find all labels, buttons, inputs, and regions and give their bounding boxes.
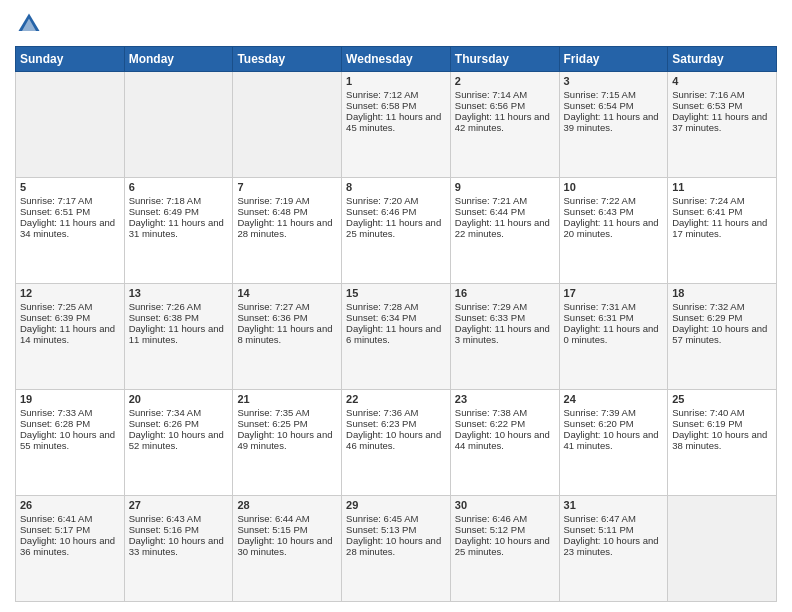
day-info: Daylight: 11 hours and 11 minutes. (129, 323, 229, 345)
calendar-cell: 30Sunrise: 6:46 AMSunset: 5:12 PMDayligh… (450, 496, 559, 602)
calendar-cell: 12Sunrise: 7:25 AMSunset: 6:39 PMDayligh… (16, 284, 125, 390)
day-info: Sunset: 6:36 PM (237, 312, 337, 323)
day-number: 22 (346, 393, 446, 405)
day-info: Daylight: 10 hours and 23 minutes. (564, 535, 664, 557)
day-info: Daylight: 11 hours and 34 minutes. (20, 217, 120, 239)
day-info: Daylight: 11 hours and 6 minutes. (346, 323, 446, 345)
calendar-cell: 4Sunrise: 7:16 AMSunset: 6:53 PMDaylight… (668, 72, 777, 178)
calendar-cell: 13Sunrise: 7:26 AMSunset: 6:38 PMDayligh… (124, 284, 233, 390)
day-number: 26 (20, 499, 120, 511)
day-number: 25 (672, 393, 772, 405)
calendar-cell (668, 496, 777, 602)
day-number: 11 (672, 181, 772, 193)
day-info: Sunset: 6:19 PM (672, 418, 772, 429)
calendar-cell: 3Sunrise: 7:15 AMSunset: 6:54 PMDaylight… (559, 72, 668, 178)
calendar-cell: 27Sunrise: 6:43 AMSunset: 5:16 PMDayligh… (124, 496, 233, 602)
day-info: Sunrise: 7:31 AM (564, 301, 664, 312)
day-number: 19 (20, 393, 120, 405)
day-info: Daylight: 11 hours and 28 minutes. (237, 217, 337, 239)
day-info: Sunrise: 7:17 AM (20, 195, 120, 206)
weekday-header-wednesday: Wednesday (342, 47, 451, 72)
day-info: Sunset: 5:13 PM (346, 524, 446, 535)
day-info: Sunset: 6:53 PM (672, 100, 772, 111)
day-info: Daylight: 11 hours and 8 minutes. (237, 323, 337, 345)
weekday-header-tuesday: Tuesday (233, 47, 342, 72)
day-info: Sunrise: 6:44 AM (237, 513, 337, 524)
day-info: Sunrise: 7:40 AM (672, 407, 772, 418)
calendar-cell: 5Sunrise: 7:17 AMSunset: 6:51 PMDaylight… (16, 178, 125, 284)
day-info: Sunset: 5:17 PM (20, 524, 120, 535)
calendar-cell: 9Sunrise: 7:21 AMSunset: 6:44 PMDaylight… (450, 178, 559, 284)
day-info: Sunset: 6:56 PM (455, 100, 555, 111)
day-info: Daylight: 11 hours and 31 minutes. (129, 217, 229, 239)
day-info: Daylight: 11 hours and 37 minutes. (672, 111, 772, 133)
weekday-header-thursday: Thursday (450, 47, 559, 72)
day-info: Sunrise: 7:33 AM (20, 407, 120, 418)
day-number: 1 (346, 75, 446, 87)
header-row: SundayMondayTuesdayWednesdayThursdayFrid… (16, 47, 777, 72)
day-info: Daylight: 10 hours and 28 minutes. (346, 535, 446, 557)
day-info: Daylight: 11 hours and 0 minutes. (564, 323, 664, 345)
day-info: Sunset: 6:39 PM (20, 312, 120, 323)
day-number: 31 (564, 499, 664, 511)
day-info: Sunrise: 7:35 AM (237, 407, 337, 418)
calendar-week-2: 5Sunrise: 7:17 AMSunset: 6:51 PMDaylight… (16, 178, 777, 284)
day-info: Sunset: 6:41 PM (672, 206, 772, 217)
weekday-header-saturday: Saturday (668, 47, 777, 72)
day-info: Sunrise: 6:45 AM (346, 513, 446, 524)
day-info: Sunset: 6:22 PM (455, 418, 555, 429)
day-info: Daylight: 10 hours and 57 minutes. (672, 323, 772, 345)
calendar-cell: 21Sunrise: 7:35 AMSunset: 6:25 PMDayligh… (233, 390, 342, 496)
calendar-cell: 18Sunrise: 7:32 AMSunset: 6:29 PMDayligh… (668, 284, 777, 390)
day-info: Sunrise: 6:47 AM (564, 513, 664, 524)
calendar-week-3: 12Sunrise: 7:25 AMSunset: 6:39 PMDayligh… (16, 284, 777, 390)
weekday-header-friday: Friday (559, 47, 668, 72)
day-number: 14 (237, 287, 337, 299)
calendar-cell: 1Sunrise: 7:12 AMSunset: 6:58 PMDaylight… (342, 72, 451, 178)
page: SundayMondayTuesdayWednesdayThursdayFrid… (0, 0, 792, 612)
day-info: Sunset: 6:54 PM (564, 100, 664, 111)
calendar-cell: 19Sunrise: 7:33 AMSunset: 6:28 PMDayligh… (16, 390, 125, 496)
day-number: 15 (346, 287, 446, 299)
day-info: Sunrise: 7:19 AM (237, 195, 337, 206)
day-info: Sunset: 6:20 PM (564, 418, 664, 429)
day-info: Daylight: 11 hours and 20 minutes. (564, 217, 664, 239)
calendar-cell: 26Sunrise: 6:41 AMSunset: 5:17 PMDayligh… (16, 496, 125, 602)
day-info: Sunrise: 7:28 AM (346, 301, 446, 312)
day-info: Daylight: 11 hours and 42 minutes. (455, 111, 555, 133)
day-info: Sunrise: 7:22 AM (564, 195, 664, 206)
day-info: Daylight: 11 hours and 17 minutes. (672, 217, 772, 239)
day-number: 21 (237, 393, 337, 405)
calendar-cell: 20Sunrise: 7:34 AMSunset: 6:26 PMDayligh… (124, 390, 233, 496)
day-info: Daylight: 10 hours and 25 minutes. (455, 535, 555, 557)
day-info: Sunset: 6:46 PM (346, 206, 446, 217)
day-info: Sunrise: 7:27 AM (237, 301, 337, 312)
calendar-cell: 7Sunrise: 7:19 AMSunset: 6:48 PMDaylight… (233, 178, 342, 284)
calendar-cell (233, 72, 342, 178)
day-info: Daylight: 11 hours and 3 minutes. (455, 323, 555, 345)
day-info: Sunset: 6:58 PM (346, 100, 446, 111)
day-number: 10 (564, 181, 664, 193)
day-info: Sunrise: 7:26 AM (129, 301, 229, 312)
day-info: Sunset: 6:49 PM (129, 206, 229, 217)
calendar-cell: 24Sunrise: 7:39 AMSunset: 6:20 PMDayligh… (559, 390, 668, 496)
day-info: Sunrise: 7:20 AM (346, 195, 446, 206)
day-info: Sunset: 5:15 PM (237, 524, 337, 535)
day-number: 24 (564, 393, 664, 405)
day-number: 29 (346, 499, 446, 511)
calendar-cell: 23Sunrise: 7:38 AMSunset: 6:22 PMDayligh… (450, 390, 559, 496)
day-info: Daylight: 10 hours and 44 minutes. (455, 429, 555, 451)
day-info: Daylight: 10 hours and 41 minutes. (564, 429, 664, 451)
day-info: Daylight: 10 hours and 55 minutes. (20, 429, 120, 451)
calendar-cell: 25Sunrise: 7:40 AMSunset: 6:19 PMDayligh… (668, 390, 777, 496)
weekday-header-monday: Monday (124, 47, 233, 72)
calendar-cell: 11Sunrise: 7:24 AMSunset: 6:41 PMDayligh… (668, 178, 777, 284)
day-info: Sunset: 6:28 PM (20, 418, 120, 429)
day-info: Sunset: 6:34 PM (346, 312, 446, 323)
logo-icon (15, 10, 43, 38)
calendar-cell: 22Sunrise: 7:36 AMSunset: 6:23 PMDayligh… (342, 390, 451, 496)
day-number: 6 (129, 181, 229, 193)
day-info: Sunrise: 7:24 AM (672, 195, 772, 206)
day-number: 13 (129, 287, 229, 299)
day-number: 27 (129, 499, 229, 511)
